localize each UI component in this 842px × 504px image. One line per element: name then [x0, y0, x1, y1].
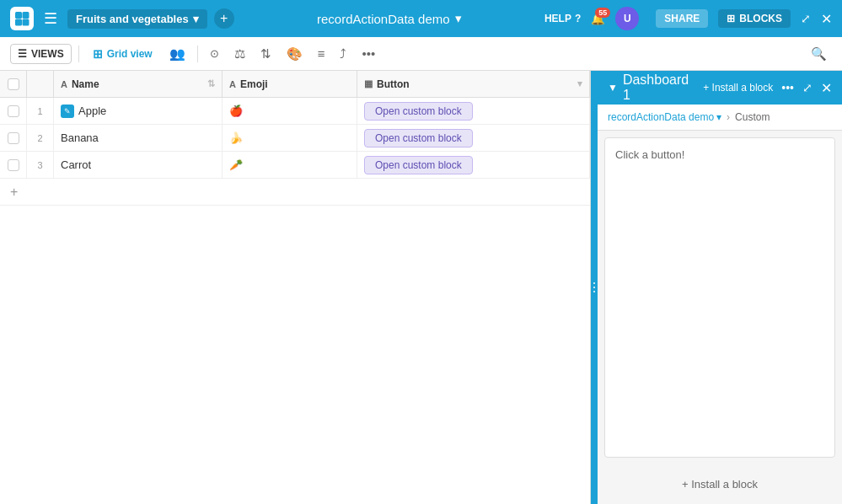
hide-fields-button[interactable]: ⊙	[205, 44, 224, 63]
row-1-checkbox[interactable]	[8, 105, 19, 117]
install-block-bottom-label: + Install a block	[682, 478, 758, 491]
row-3-emoji-cell[interactable]: 🥕	[223, 152, 357, 178]
group-button[interactable]: ⇅	[255, 43, 276, 65]
col-type-icon-emoji: A	[229, 79, 236, 89]
share-view-button[interactable]: ⤴	[335, 43, 351, 64]
panel-more-button[interactable]: •••	[781, 81, 794, 94]
panel-source-caret: ▾	[716, 111, 721, 123]
svg-rect-0	[15, 12, 22, 19]
share-button[interactable]: SHARE	[656, 9, 708, 28]
help-label: HELP	[544, 13, 571, 24]
blocks-label: BLOCKS	[739, 13, 782, 24]
panel-chevron-icon[interactable]: ▼	[608, 82, 618, 94]
col-sort-icon: ⇅	[207, 78, 215, 89]
row-height-button[interactable]: ≡	[313, 43, 330, 64]
base-name-button[interactable]: Fruits and vegetables ▾	[67, 9, 207, 29]
top-bar: ☰ Fruits and vegetables ▾ + recordAction…	[0, 0, 842, 37]
close-button[interactable]: ✕	[821, 11, 832, 27]
row-checkbox-cell-2	[0, 125, 27, 151]
panel-close-button[interactable]: ✕	[821, 80, 832, 96]
notifications-button[interactable]: 🔔 55	[591, 13, 605, 25]
row-num-2: 2 ⤢	[27, 125, 54, 151]
row-2-checkbox[interactable]	[8, 132, 19, 144]
grid-view-icon: ⊞	[93, 47, 103, 61]
search-icon: 🔍	[811, 46, 827, 62]
help-button[interactable]: HELP ?	[544, 13, 581, 24]
row-2-open-block-button[interactable]: Open custom block	[364, 129, 473, 147]
panel-install-block-bottom[interactable]: + Install a block	[598, 464, 842, 504]
row-1-emoji-cell[interactable]: 🍎	[223, 98, 357, 124]
row-1-open-block-button[interactable]: Open custom block	[364, 102, 473, 121]
grid-view-button[interactable]: ⊞ Grid view	[86, 44, 159, 64]
row-2-name-cell[interactable]: Banana	[54, 125, 223, 151]
more-dots-icon: •••	[781, 81, 794, 94]
row-3-checkbox[interactable]	[8, 159, 19, 171]
install-block-label: + Install a block	[703, 82, 773, 94]
views-label: VIEWS	[31, 48, 64, 60]
col-type-icon-name: A	[61, 79, 67, 89]
header-checkbox[interactable]	[8, 78, 19, 90]
row-1-name: Apple	[78, 105, 106, 117]
panel-type-label: Custom	[735, 111, 770, 123]
row-3-name-cell[interactable]: Carrot	[54, 152, 223, 178]
toolbar-divider-2	[197, 46, 198, 62]
header-checkbox-cell	[0, 71, 27, 97]
hamburger-button[interactable]: ☰	[40, 6, 61, 31]
panel-close-icon: ✕	[821, 81, 832, 95]
collaborators-button[interactable]: 👥	[164, 43, 190, 65]
maximize-button[interactable]: ⤢	[801, 12, 811, 25]
share-icon: ⤴	[340, 46, 346, 61]
avatar-button[interactable]: U	[615, 7, 639, 30]
add-row-icon: +	[10, 185, 18, 200]
row-2-emoji-cell[interactable]: 🍌	[223, 125, 357, 151]
col-type-icon-button: ▦	[364, 78, 373, 89]
table-row: 3 ⤢ Carrot 🥕 Open custom block	[0, 152, 590, 179]
panel-resize-handle[interactable]	[591, 71, 598, 504]
filter-button[interactable]: ⚖	[229, 43, 250, 65]
column-header-name[interactable]: A Name ⇅	[54, 71, 223, 97]
filter-icon: ⚖	[234, 46, 245, 62]
base-name-label: Fruits and vegetables	[76, 13, 189, 25]
col-label-emoji: Emoji	[240, 78, 268, 90]
avatar-initials: U	[624, 13, 631, 24]
add-row-button[interactable]: +	[0, 179, 590, 206]
base-name-caret: ▾	[193, 13, 199, 25]
row-checkbox-cell-1	[0, 98, 27, 124]
panel-sub-header: recordActionData demo ▾ › Custom	[598, 105, 842, 131]
column-header-emoji[interactable]: A Emoji	[223, 71, 357, 97]
row-3-name: Carrot	[61, 158, 91, 171]
more-options-button[interactable]: •••	[357, 43, 380, 64]
row-height-icon: ≡	[318, 46, 325, 61]
notif-badge: 55	[595, 8, 610, 18]
panel-source-label: recordActionData demo	[608, 111, 714, 123]
row-2-name: Banana	[61, 131, 99, 144]
row-1-name-cell[interactable]: ✎ Apple	[54, 98, 223, 124]
blocks-tab-button[interactable]: ⊞ BLOCKS	[718, 9, 791, 28]
panel-source-selector[interactable]: recordActionData demo ▾	[608, 111, 721, 123]
views-button[interactable]: ☰ VIEWS	[10, 44, 72, 64]
row-1-button-cell: Open custom block	[357, 98, 590, 124]
secondary-toolbar: ☰ VIEWS ⊞ Grid view 👥 ⊙ ⚖ ⇅ 🎨 ≡ ⤴ ••• 🔍	[0, 37, 842, 71]
row-1-record-icon: ✎	[61, 105, 74, 118]
svg-rect-3	[23, 19, 29, 26]
panel-maximize-icon: ⤢	[802, 81, 813, 94]
install-block-button[interactable]: + Install a block	[703, 82, 773, 94]
row-3-open-block-button[interactable]: Open custom block	[364, 156, 473, 174]
group-icon: ⇅	[260, 46, 271, 62]
row-2-emoji: 🍌	[229, 131, 243, 144]
table-area: A Name ⇅ A Emoji ▦ Button ▾ 1 ⤢	[0, 71, 591, 504]
sort-icon: 🎨	[287, 46, 303, 62]
people-icon: 👥	[169, 46, 185, 62]
column-header-button[interactable]: ▦ Button ▾	[357, 71, 590, 97]
panel-sub-separator: ›	[727, 111, 730, 123]
row-num-3: 3 ⤢	[27, 152, 54, 178]
panel-header-left: ▼ Dashboard 1	[608, 72, 696, 103]
toolbar-divider	[78, 46, 79, 62]
panel-content-text: Click a button!	[615, 148, 684, 161]
panel-maximize-button[interactable]: ⤢	[802, 81, 813, 94]
add-base-button[interactable]: +	[214, 8, 234, 29]
search-button[interactable]: 🔍	[806, 43, 832, 65]
sort-button[interactable]: 🎨	[282, 43, 308, 65]
app-logo	[10, 7, 34, 30]
table-row: 2 ⤢ Banana 🍌 Open custom block	[0, 125, 590, 152]
